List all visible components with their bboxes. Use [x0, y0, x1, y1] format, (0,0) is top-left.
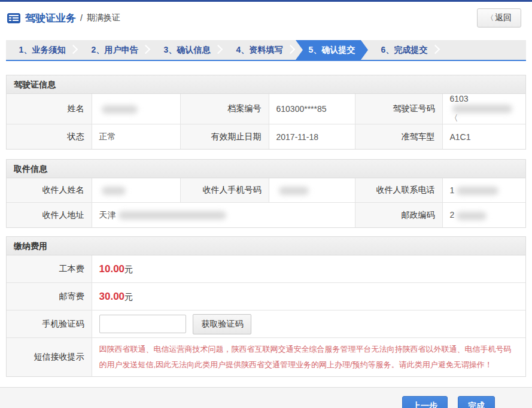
fees-section-title: 缴纳费用	[7, 237, 525, 255]
sms-notice-cell: 因陕西省联通、电信运营商技术问题，陕西省互联网交通安全综合服务管理平台无法向持陕…	[92, 338, 525, 377]
step-1-business-notice[interactable]: 1、业务须知	[6, 40, 78, 60]
license-number-value: 6103〈	[442, 94, 525, 124]
status-value: 正常	[92, 124, 180, 149]
license-section-title: 驾驶证信息	[7, 75, 525, 94]
footer-action-bar: 上一步 完成	[0, 387, 532, 408]
recipient-phone-label: 收件人联系电话	[355, 178, 442, 203]
production-fee-value: 10.00元	[92, 255, 525, 283]
mail-fee-amount: 30.00	[99, 291, 125, 302]
chevron-left-icon: 〈	[487, 14, 494, 22]
pickup-info-section: 取件信息 收件人姓名 收件人手机号码 收件人联系电话 1 收件人地址 天津 邮政…	[6, 159, 526, 228]
table-row: 收件人地址 天津 邮政编码 2	[7, 203, 525, 227]
redacted-recipient-mobile	[279, 187, 309, 195]
valid-until-value: 2017-11-18	[269, 124, 355, 149]
name-label: 姓名	[7, 94, 92, 124]
production-fee-unit: 元	[124, 264, 133, 274]
recipient-phone-value: 1	[442, 178, 525, 203]
recipient-name-label: 收件人姓名	[7, 178, 92, 203]
breadcrumb-separator: /	[80, 13, 83, 23]
recipient-address-label: 收件人地址	[7, 203, 92, 227]
redacted-recipient-address	[118, 211, 226, 220]
step-2-user-declaration[interactable]: 2、用户申告	[78, 40, 151, 60]
file-number-value: 610300****85	[269, 94, 355, 124]
fees-table: 工本费 10.00元 邮寄费 30.00元 手机验证码 获取验证码 短信接收提示…	[7, 255, 525, 377]
sms-notice-label: 短信接收提示	[7, 338, 92, 377]
table-row: 手机验证码 获取验证码	[7, 310, 525, 338]
redacted-postcode	[457, 212, 487, 220]
vehicle-type-label: 准驾车型	[355, 124, 442, 149]
page-title: 驾驶证业务	[25, 11, 76, 25]
back-button[interactable]: 〈返回	[477, 8, 521, 28]
pickup-section-title: 取件信息	[7, 160, 525, 178]
table-row: 工本费 10.00元	[7, 255, 525, 283]
step-3-confirm-info[interactable]: 3、确认信息	[151, 40, 223, 60]
postcode-label: 邮政编码	[355, 203, 442, 227]
license-number-label: 驾驶证号码	[355, 94, 442, 124]
file-number-label: 档案编号	[180, 94, 269, 124]
step-progress-bar: 1、业务须知 2、用户申告 3、确认信息 4、资料填写 5、确认提交 6、完成提…	[6, 40, 526, 61]
redacted-name	[102, 105, 138, 114]
captcha-input[interactable]	[99, 315, 186, 333]
sms-notice-text: 因陕西省联通、电信运营商技术问题，陕西省互联网交通安全综合服务管理平台无法向持陕…	[99, 338, 519, 376]
mail-fee-value: 30.00元	[92, 283, 525, 310]
name-value	[92, 94, 180, 124]
postcode-value: 2	[442, 203, 525, 227]
redacted-recipient-phone	[457, 187, 498, 195]
page-header: 驾驶证业务 / 期满换证 〈返回	[0, 2, 532, 33]
mail-fee-unit: 元	[124, 292, 133, 302]
list-icon	[7, 13, 20, 23]
production-fee-label: 工本费	[7, 255, 92, 283]
pickup-info-table: 收件人姓名 收件人手机号码 收件人联系电话 1 收件人地址 天津 邮政编码 2	[7, 178, 525, 227]
recipient-name-value	[92, 178, 180, 203]
breadcrumb-current: 期满换证	[87, 13, 120, 23]
recipient-mobile-value	[269, 178, 355, 203]
finish-button[interactable]: 完成	[458, 396, 495, 408]
step-6-complete-submit[interactable]: 6、完成提交	[368, 40, 440, 60]
table-row: 邮寄费 30.00元	[7, 283, 525, 310]
vehicle-type-value: A1C1	[442, 124, 525, 149]
fees-section: 缴纳费用 工本费 10.00元 邮寄费 30.00元 手机验证码 获取验证码 短…	[6, 236, 526, 377]
table-row: 状态 正常 有效期止日期 2017-11-18 准驾车型 A1C1	[7, 124, 525, 149]
redacted-license-number	[452, 105, 512, 113]
captcha-cell: 获取验证码	[92, 310, 525, 338]
status-label: 状态	[7, 124, 92, 149]
step-5-confirm-submit[interactable]: 5、确认提交	[296, 40, 368, 60]
previous-step-button[interactable]: 上一步	[402, 396, 448, 408]
valid-until-label: 有效期止日期	[180, 124, 269, 149]
table-row: 姓名 档案编号 610300****85 驾驶证号码 6103〈	[7, 94, 525, 124]
captcha-label: 手机验证码	[7, 310, 92, 338]
production-fee-amount: 10.00	[99, 263, 125, 275]
table-row: 短信接收提示 因陕西省联通、电信运营商技术问题，陕西省互联网交通安全综合服务管理…	[7, 338, 525, 377]
get-captcha-button[interactable]: 获取验证码	[193, 314, 251, 334]
step-bar-filler	[440, 40, 526, 60]
recipient-address-value: 天津	[92, 203, 355, 227]
redacted-recipient-name	[102, 187, 126, 195]
license-info-section: 驾驶证信息 姓名 档案编号 610300****85 驾驶证号码 6103〈 状…	[6, 75, 526, 150]
back-button-label: 返回	[495, 13, 512, 22]
recipient-mobile-label: 收件人手机号码	[180, 178, 269, 203]
table-row: 收件人姓名 收件人手机号码 收件人联系电话 1	[7, 178, 525, 203]
step-4-fill-materials[interactable]: 4、资料填写	[223, 40, 296, 60]
license-info-table: 姓名 档案编号 610300****85 驾驶证号码 6103〈 状态 正常 有…	[7, 94, 525, 149]
mail-fee-label: 邮寄费	[7, 283, 92, 310]
